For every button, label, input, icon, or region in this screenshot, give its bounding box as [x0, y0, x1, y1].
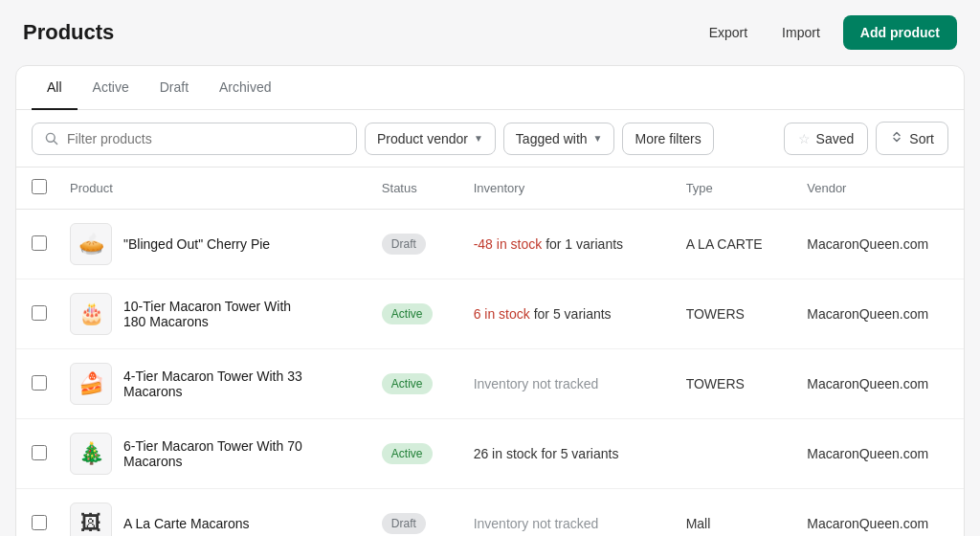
product-vendor: MacaronQueen.com	[791, 489, 964, 537]
product-type: TOWERS	[671, 279, 792, 349]
table-row: 🖼 A La Carte Macarons DraftInventory not…	[16, 489, 964, 537]
product-vendor: MacaronQueen.com	[791, 349, 964, 419]
saved-label: Saved	[816, 131, 855, 146]
table-row: 🍰 4-Tier Macaron Tower With 33 Macarons …	[16, 349, 964, 419]
saved-button[interactable]: ☆ Saved	[784, 123, 869, 155]
page-header: Products Export Import Add product	[0, 0, 980, 65]
filters-row: Product vendor ▼ Tagged with ▼ More filt…	[16, 110, 964, 168]
export-button[interactable]: Export	[698, 17, 759, 48]
product-vendor-label: Product vendor	[377, 131, 468, 146]
inventory-text: 26 in stock for 5 variants	[474, 446, 619, 461]
inventory-text: Inventory not tracked	[474, 516, 599, 531]
status-badge: Active	[382, 373, 433, 394]
product-thumbnail: 🎂	[70, 293, 112, 335]
add-product-button[interactable]: Add product	[843, 15, 957, 50]
col-inventory: Inventory	[458, 168, 671, 210]
product-cell: 🥧 "Blinged Out" Cherry Pie	[70, 223, 351, 265]
product-vendor-filter[interactable]: Product vendor ▼	[365, 123, 496, 155]
search-input[interactable]	[67, 131, 345, 146]
tabs-bar: All Active Draft Archived	[16, 66, 964, 110]
status-badge: Active	[382, 443, 433, 464]
import-button[interactable]: Import	[770, 17, 832, 48]
row-checkbox[interactable]	[32, 375, 47, 391]
product-name: "Blinged Out" Cherry Pie	[123, 236, 270, 252]
inventory-text: -48 in stock for 1 variants	[474, 236, 623, 252]
svg-line-1	[54, 141, 57, 145]
product-thumbnail: 🥧	[70, 223, 112, 265]
search-icon	[44, 131, 59, 146]
select-all-header	[16, 168, 55, 210]
product-vendor: MacaronQueen.com	[791, 210, 964, 279]
product-type: TOWERS	[671, 349, 792, 419]
product-vendor: MacaronQueen.com	[791, 279, 964, 349]
inventory-text: Inventory not tracked	[474, 376, 599, 391]
product-cell: 🍰 4-Tier Macaron Tower With 33 Macarons	[70, 363, 351, 405]
product-thumbnail: 🍰	[70, 363, 112, 405]
table-row: 🎄 6-Tier Macaron Tower With 70 Macarons …	[16, 419, 964, 489]
status-badge: Draft	[382, 234, 426, 255]
tab-draft[interactable]: Draft	[145, 66, 204, 110]
inventory-text: 6 in stock for 5 variants	[474, 306, 612, 322]
col-vendor: Vendor	[791, 168, 964, 210]
search-box	[32, 123, 357, 155]
more-filters-label: More filters	[635, 131, 701, 146]
col-product: Product	[55, 168, 367, 210]
table-row: 🥧 "Blinged Out" Cherry Pie Draft-48 in s…	[16, 210, 964, 279]
select-all-checkbox[interactable]	[32, 179, 47, 194]
col-type: Type	[671, 168, 792, 210]
status-badge: Active	[382, 303, 433, 324]
tab-all[interactable]: All	[32, 66, 78, 110]
product-name: 6-Tier Macaron Tower With 70 Macarons	[123, 438, 315, 469]
row-checkbox[interactable]	[32, 515, 47, 530]
sort-arrows-icon	[890, 130, 903, 146]
product-name: 10-Tier Macaron Tower With 180 Macarons	[123, 299, 315, 329]
row-checkbox[interactable]	[32, 305, 47, 321]
chevron-down-icon: ▼	[474, 133, 483, 144]
product-type	[671, 419, 792, 489]
page-title: Products	[23, 20, 114, 45]
sort-button[interactable]: Sort	[876, 122, 948, 155]
header-actions: Export Import Add product	[698, 15, 957, 50]
tagged-with-label: Tagged with	[516, 131, 588, 146]
product-cell: 🖼 A La Carte Macarons	[70, 502, 351, 536]
product-thumbnail: 🎄	[70, 433, 112, 475]
product-type: Mall	[671, 489, 792, 537]
main-card: All Active Draft Archived Product vendor…	[15, 65, 965, 536]
product-name: 4-Tier Macaron Tower With 33 Macarons	[123, 368, 315, 399]
status-badge: Draft	[382, 513, 426, 534]
row-checkbox[interactable]	[32, 235, 47, 251]
product-name: A La Carte Macarons	[123, 516, 250, 531]
more-filters-button[interactable]: More filters	[622, 123, 713, 155]
star-icon: ☆	[798, 131, 811, 146]
product-cell: 🎄 6-Tier Macaron Tower With 70 Macarons	[70, 433, 351, 475]
table-row: 🎂 10-Tier Macaron Tower With 180 Macaron…	[16, 279, 964, 349]
product-thumbnail: 🖼	[70, 502, 112, 536]
product-vendor: MacaronQueen.com	[791, 419, 964, 489]
sort-label: Sort	[909, 131, 934, 146]
tagged-with-filter[interactable]: Tagged with ▼	[503, 123, 615, 155]
tab-active[interactable]: Active	[78, 66, 145, 110]
row-checkbox[interactable]	[32, 445, 47, 460]
chevron-down-icon: ▼	[593, 133, 603, 144]
tab-archived[interactable]: Archived	[204, 66, 286, 110]
col-status: Status	[367, 168, 458, 210]
products-table: Product Status Inventory Type Vendor 🥧 "…	[16, 168, 964, 536]
product-cell: 🎂 10-Tier Macaron Tower With 180 Macaron…	[70, 293, 351, 335]
product-type: A LA CARTE	[671, 210, 792, 279]
